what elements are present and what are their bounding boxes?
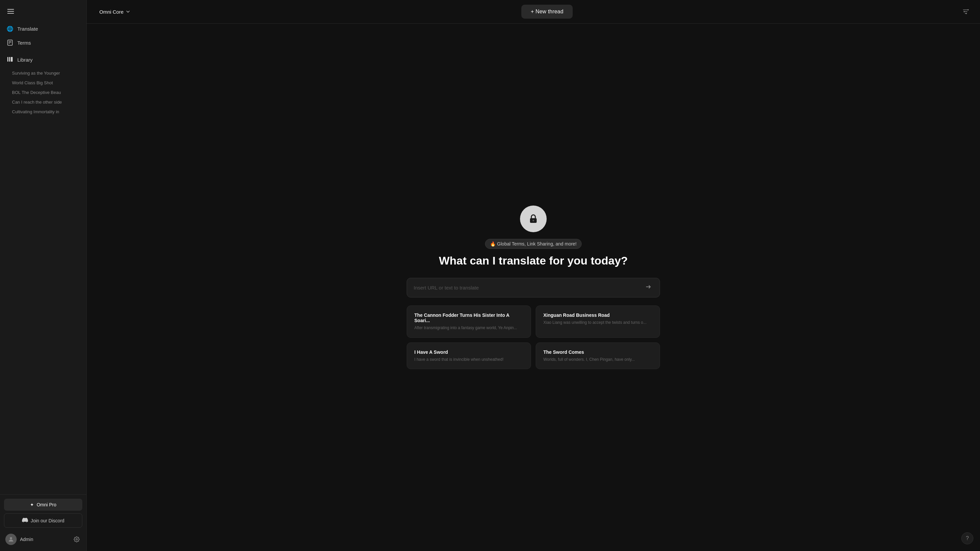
svg-rect-10 — [11, 57, 13, 62]
svg-point-18 — [966, 13, 967, 14]
library-item[interactable]: Can I reach the other side — [8, 97, 84, 107]
svg-rect-2 — [7, 13, 14, 14]
filter-icon — [962, 8, 969, 15]
suggestion-card-1[interactable]: Xinguan Road Business Road Xiao Liang wa… — [536, 305, 660, 338]
svg-point-16 — [967, 10, 969, 11]
svg-text:🌐: 🌐 — [7, 25, 13, 32]
suggestion-card-3[interactable]: The Sword Comes Worlds, full of wonders.… — [536, 343, 660, 370]
discord-label: Join our Discord — [31, 518, 64, 523]
model-selector-button[interactable]: Omni Core — [95, 6, 135, 17]
badge-text: 🔥 Global Terms, Link Sharing, and more! — [490, 241, 577, 246]
feature-badge: 🔥 Global Terms, Link Sharing, and more! — [485, 239, 582, 249]
svg-rect-9 — [9, 57, 10, 62]
omni-pro-label: Omni Pro — [37, 502, 56, 507]
svg-point-20 — [533, 219, 535, 221]
suggestion-cards: The Cannon Fodder Turns His Sister Into … — [407, 305, 660, 370]
library-item[interactable]: World Class Big Shot — [8, 78, 84, 87]
discord-icon — [22, 517, 28, 524]
card-title: The Sword Comes — [543, 349, 652, 355]
suggestion-card-2[interactable]: I Have A Sword I have a sword that is in… — [407, 343, 531, 370]
svg-rect-1 — [7, 11, 14, 12]
svg-point-11 — [10, 537, 12, 539]
omni-pro-button[interactable]: ✦ Omni Pro — [4, 499, 82, 511]
terms-label: Terms — [18, 40, 31, 46]
svg-rect-4 — [8, 40, 12, 45]
lock-icon — [527, 213, 539, 225]
model-name-label: Omni Core — [99, 9, 124, 15]
help-label: ? — [966, 535, 969, 541]
settings-button[interactable] — [72, 535, 81, 544]
library-icon — [7, 56, 13, 64]
terms-icon — [7, 39, 13, 46]
help-button[interactable]: ? — [961, 532, 973, 544]
translate-submit-button[interactable] — [644, 284, 653, 292]
library-label: Library — [18, 57, 33, 63]
library-items: Surviving as the Younger World Class Big… — [3, 68, 84, 117]
card-title: The Cannon Fodder Turns His Sister Into … — [414, 313, 523, 323]
main-heading: What can I translate for you today? — [439, 254, 628, 267]
chevron-down-icon — [126, 10, 130, 14]
sidebar: 🌐 Translate Terms — [0, 0, 87, 551]
nav-item-terms[interactable]: Terms — [3, 36, 84, 49]
card-desc: I have a sword that is invincible when u… — [414, 357, 523, 362]
sidebar-bottom: ✦ Omni Pro Join our Discord Admin — [0, 494, 86, 551]
svg-point-17 — [964, 11, 965, 12]
translate-icon: 🌐 — [7, 25, 13, 32]
card-desc: After transmigrating into a fantasy game… — [414, 325, 523, 331]
sparkle-icon: ✦ — [30, 502, 34, 507]
lock-icon-circle — [520, 206, 547, 232]
menu-icon[interactable] — [5, 6, 16, 17]
filter-button[interactable] — [959, 5, 972, 18]
arrow-right-icon — [645, 284, 652, 290]
translate-label: Translate — [18, 26, 38, 32]
avatar — [5, 534, 17, 545]
card-title: Xinguan Road Business Road — [543, 313, 652, 318]
topbar: Omni Core + New thread — [87, 0, 980, 24]
sidebar-top — [0, 0, 86, 19]
nav-section: 🌐 Translate Terms — [0, 19, 86, 50]
username-label: Admin — [20, 537, 33, 542]
card-title: I Have A Sword — [414, 349, 523, 355]
card-desc: Worlds, full of wonders. I, Chen Pingan,… — [543, 357, 652, 362]
translate-input[interactable] — [414, 285, 644, 291]
library-section: Library Surviving as the Younger World C… — [0, 50, 86, 494]
svg-rect-0 — [7, 9, 14, 10]
card-desc: Xiao Liang was unwilling to accept the t… — [543, 320, 652, 326]
new-thread-button[interactable]: + New thread — [521, 5, 573, 19]
center-content: 🔥 Global Terms, Link Sharing, and more! … — [87, 24, 980, 551]
main-area: Omni Core + New thread — [87, 0, 980, 551]
nav-item-translate[interactable]: 🌐 Translate — [3, 22, 84, 35]
library-item[interactable]: BOL The Deceptive Beau — [8, 87, 84, 97]
svg-point-12 — [76, 539, 78, 540]
suggestion-card-0[interactable]: The Cannon Fodder Turns His Sister Into … — [407, 305, 531, 338]
svg-rect-8 — [7, 57, 8, 62]
translate-input-row — [407, 278, 660, 297]
discord-button[interactable]: Join our Discord — [4, 513, 82, 528]
library-item[interactable]: Surviving as the Younger — [8, 68, 84, 78]
library-item[interactable]: Cultivating Immortality in — [8, 107, 84, 117]
new-thread-label: + New thread — [531, 9, 563, 15]
user-info: Admin — [5, 534, 33, 545]
library-header[interactable]: Library — [3, 52, 84, 67]
user-row: Admin — [4, 532, 82, 547]
